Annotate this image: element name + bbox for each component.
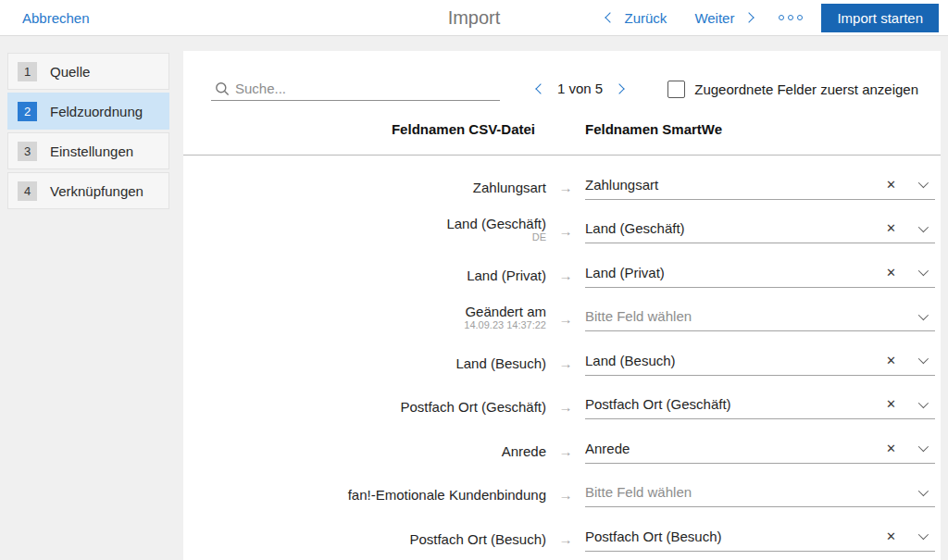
search-icon [215,81,230,96]
target-column-header: Feldnamen SmartWe [585,121,941,140]
chevron-left-icon [605,12,615,22]
checkbox-label: Zugeordnete Felder zuerst anzeigen [694,81,918,97]
csv-field-sample: 14.09.23 14:37:22 [464,319,546,331]
step-number-badge: 1 [18,62,37,81]
csv-column-header: Feldnamen CSV-Datei [183,121,546,140]
next-button[interactable]: Weiter [694,10,753,26]
target-field-select[interactable]: Land (Privat) ✕ [585,265,935,288]
target-field-select[interactable]: Bitte Feld wählen ✕ [585,484,935,507]
csv-field-sample: DE [532,231,546,243]
import-wizard-window: Abbrechen Import Zurück Weiter Import st… [0,0,948,560]
mapping-row: Land (Privat) → Land (Privat) ✕ [183,243,941,288]
arrow-right-icon: → [546,443,585,464]
back-button[interactable]: Zurück [606,10,667,26]
target-field-select[interactable]: Anrede ✕ [585,441,935,464]
clear-icon[interactable]: ✕ [886,179,896,191]
target-field-value: Postfach Ort (Besuch) [585,529,886,544]
chevron-down-icon[interactable] [918,309,929,319]
chevron-down-icon[interactable] [918,397,929,407]
field-mapping-panel: 1 von 5 Zugeordnete Felder zuerst anzeig… [183,51,941,560]
sidebar-step-feldzuordnung[interactable]: 2 Feldzuordnung [7,93,169,130]
clear-icon[interactable]: ✕ [886,442,896,454]
checkbox[interactable] [667,81,685,98]
next-label: Weiter [694,10,734,26]
arrow-right-icon: → [546,223,585,243]
clear-icon[interactable]: ✕ [886,398,896,410]
cancel-link[interactable]: Abbrechen [22,10,90,26]
clear-icon[interactable]: ✕ [886,355,896,367]
more-options-icon[interactable] [777,15,805,20]
csv-field-name: Zahlungsart [473,180,546,195]
csv-field-name: Anrede [502,443,546,459]
target-field-value: Land (Geschäft) [585,220,886,236]
csv-field-name: Land (Geschäft) [446,216,546,231]
csv-field-label: Postfach Ort (Geschäft) [183,399,546,419]
step-label: Einstellungen [50,143,133,159]
chevron-down-icon[interactable] [918,178,929,188]
back-label: Zurück [625,10,667,26]
target-field-select[interactable]: Bitte Feld wählen ✕ [585,308,935,331]
chevron-down-icon[interactable] [918,529,929,540]
target-field-select[interactable]: Zahlungsart ✕ [585,177,935,200]
previous-page-icon[interactable] [535,83,545,93]
arrow-right-icon: → [546,487,585,507]
target-field-select[interactable]: Postfach Ort (Besuch) ✕ [585,529,935,552]
arrow-right-icon: → [546,268,585,288]
csv-field-name: fan!-Emotionale Kundenbindung [348,487,546,503]
step-number-badge: 3 [18,142,37,161]
mapping-row: fan!-Emotionale Kundenbindung → Bitte Fe… [183,464,941,508]
target-field-value: Bitte Feld wählen [585,484,896,500]
page-navigator: 1 von 5 [537,81,623,101]
chevron-down-icon[interactable] [918,485,929,495]
mapping-row: Postfach Ort (Besuch) → Postfach Ort (Be… [183,507,941,552]
arrow-right-icon: → [546,355,585,376]
step-label: Feldzuordnung [50,104,143,119]
target-field-value: Land (Besuch) [585,353,886,368]
target-field-select[interactable]: Land (Besuch) ✕ [585,353,935,376]
mapping-toolbar: 1 von 5 Zugeordnete Felder zuerst anzeig… [183,77,941,101]
mapping-list: Zahlungsart → Zahlungsart ✕ Land (Geschä… [183,156,941,552]
sidebar-step-einstellungen[interactable]: 3 Einstellungen [7,132,169,169]
arrow-right-icon: → [546,180,585,200]
wizard-nav: Zurück Weiter Import starten [606,4,939,32]
chevron-right-icon [744,12,755,22]
target-field-value: Land (Privat) [585,265,886,280]
csv-field-name: Postfach Ort (Geschäft) [400,399,546,415]
mapped-first-checkbox-group[interactable]: Zugeordnete Felder zuerst anzeigen [667,81,918,101]
csv-field-label: Zahlungsart [183,180,546,200]
import-start-button[interactable]: Import starten [821,4,939,32]
arrow-right-icon: → [546,399,585,419]
step-label: Quelle [50,64,90,80]
clear-icon[interactable]: ✕ [886,222,896,234]
csv-field-label: Land (Besuch) [183,355,546,376]
step-number-badge: 4 [18,181,37,201]
mapping-row: Anrede → Anrede ✕ [183,419,941,464]
csv-field-label: fan!-Emotionale Kundenbindung [183,487,546,507]
mapping-row: Land (Geschäft) DE → Land (Geschäft) ✕ [183,200,941,244]
clear-icon[interactable]: ✕ [886,267,896,279]
target-field-select[interactable]: Postfach Ort (Geschäft) ✕ [585,396,935,419]
chevron-down-icon[interactable] [918,354,929,364]
search-field[interactable] [211,81,500,101]
mapping-row: Geändert am 14.09.23 14:37:22 → Bitte Fe… [183,288,941,332]
sidebar-step-verknuepfungen[interactable]: 4 Verknüpfungen [7,172,169,209]
next-page-icon[interactable] [615,83,625,93]
chevron-down-icon[interactable] [918,442,929,452]
chevron-down-icon[interactable] [918,221,929,231]
step-number-badge: 2 [18,102,37,121]
mapping-row: Land (Besuch) → Land (Besuch) ✕ [183,331,941,376]
csv-field-name: Geändert am [465,304,546,319]
page-indicator: 1 von 5 [557,81,603,96]
clear-icon[interactable]: ✕ [886,530,896,542]
mapping-row: Postfach Ort (Geschäft) → Postfach Ort (… [183,376,941,420]
sidebar-step-quelle[interactable]: 1 Quelle [7,53,169,90]
search-input[interactable] [235,81,500,96]
top-action-bar: Abbrechen Import Zurück Weiter Import st… [0,0,948,36]
target-field-select[interactable]: Land (Geschäft) ✕ [585,220,935,243]
target-field-value: Bitte Feld wählen [585,308,896,324]
csv-field-label: Land (Privat) [183,268,546,288]
chevron-down-icon[interactable] [918,266,929,276]
csv-field-label: Land (Geschäft) DE [183,216,546,243]
step-label: Verknüpfungen [50,183,143,199]
target-field-value: Zahlungsart [585,177,886,193]
